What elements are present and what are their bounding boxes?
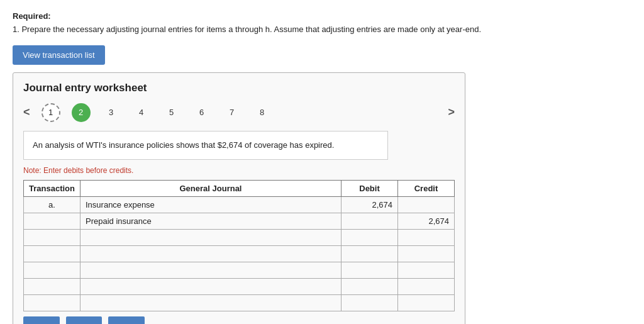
nav-prev-button[interactable]: < — [23, 106, 30, 119]
required-section: Required: 1. Prepare the necessary adjus… — [13, 10, 631, 36]
cell-journal-3[interactable] — [80, 230, 341, 246]
col-header-transaction: Transaction — [24, 181, 80, 197]
note-text: Note: Enter debits before credits. — [23, 166, 455, 175]
journal-table: Transaction General Journal Debit Credit… — [23, 180, 455, 311]
bottom-button-3[interactable] — [108, 316, 145, 324]
worksheet-container: Journal entry worksheet < 1 2 3 4 5 6 7 … — [13, 72, 465, 324]
table-row — [24, 246, 455, 262]
cell-credit-3[interactable] — [398, 230, 455, 246]
cell-credit-7[interactable] — [398, 295, 455, 311]
bottom-button-2[interactable] — [66, 316, 103, 324]
col-header-journal: General Journal — [80, 181, 341, 197]
required-label: Required: — [13, 11, 51, 21]
cell-credit-6[interactable] — [398, 279, 455, 295]
page-5[interactable]: 5 — [162, 103, 181, 122]
cell-journal-1[interactable]: Insurance expense — [80, 197, 341, 213]
cell-journal-6[interactable] — [80, 279, 341, 295]
page-3[interactable]: 3 — [102, 103, 121, 122]
page-8[interactable]: 8 — [253, 103, 272, 122]
worksheet-title: Journal entry worksheet — [23, 82, 455, 94]
col-header-credit: Credit — [398, 181, 455, 197]
cell-transaction-3 — [24, 230, 80, 246]
cell-debit-1[interactable]: 2,674 — [341, 197, 398, 213]
nav-next-button[interactable]: > — [448, 106, 455, 119]
view-transaction-button[interactable]: View transaction list — [13, 45, 105, 65]
table-row: a. Insurance expense 2,674 — [24, 197, 455, 213]
table-row — [24, 230, 455, 246]
cell-transaction-5 — [24, 262, 80, 279]
cell-transaction-7 — [24, 295, 80, 311]
cell-debit-2[interactable] — [341, 213, 398, 230]
page-2[interactable]: 2 — [72, 103, 91, 122]
page-1[interactable]: 1 — [42, 103, 60, 122]
cell-debit-5[interactable] — [341, 262, 398, 279]
cell-transaction-4 — [24, 246, 80, 262]
required-instruction: 1. Prepare the necessary adjusting journ… — [13, 25, 481, 34]
bottom-button-1[interactable] — [23, 316, 60, 324]
cell-debit-6[interactable] — [341, 279, 398, 295]
page-6[interactable]: 6 — [192, 103, 211, 122]
cell-debit-3[interactable] — [341, 230, 398, 246]
cell-credit-4[interactable] — [398, 246, 455, 262]
cell-journal-2[interactable]: Prepaid insurance — [80, 213, 341, 230]
description-box: An analysis of WTI's insurance policies … — [23, 131, 388, 160]
page-4[interactable]: 4 — [132, 103, 151, 122]
cell-credit-1[interactable] — [398, 197, 455, 213]
table-row — [24, 295, 455, 311]
cell-journal-7[interactable] — [80, 295, 341, 311]
page-7[interactable]: 7 — [223, 103, 242, 122]
cell-transaction-6 — [24, 279, 80, 295]
col-header-debit: Debit — [341, 181, 398, 197]
cell-credit-2[interactable]: 2,674 — [398, 213, 455, 230]
nav-row: < 1 2 3 4 5 6 7 8 > — [23, 103, 455, 122]
cell-transaction-2 — [24, 213, 80, 230]
cell-journal-4[interactable] — [80, 246, 341, 262]
cell-journal-5[interactable] — [80, 262, 341, 279]
table-row: Prepaid insurance 2,674 — [24, 213, 455, 230]
cell-transaction-1: a. — [24, 197, 80, 213]
cell-debit-4[interactable] — [341, 246, 398, 262]
table-row — [24, 279, 455, 295]
cell-credit-5[interactable] — [398, 262, 455, 279]
cell-debit-7[interactable] — [341, 295, 398, 311]
table-row — [24, 262, 455, 279]
bottom-buttons-row — [23, 311, 455, 324]
